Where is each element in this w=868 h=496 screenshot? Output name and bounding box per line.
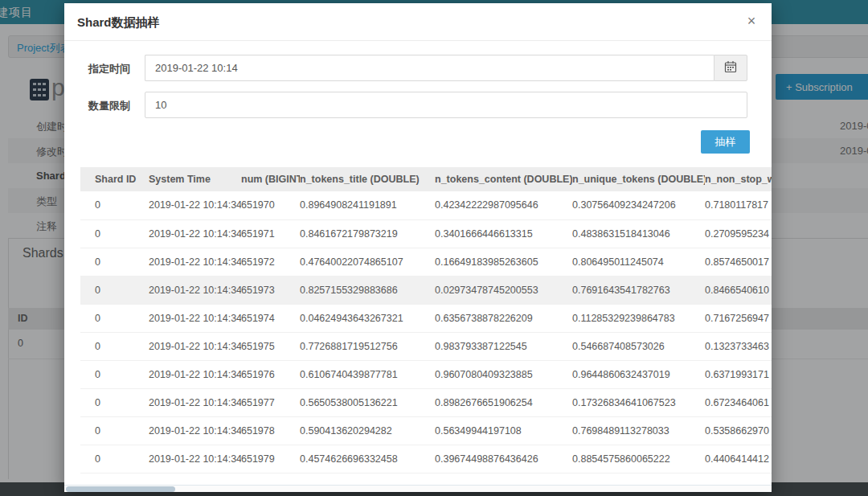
calendar-addon-button[interactable] — [714, 55, 747, 81]
table-cell: 0.6723464061 — [705, 388, 772, 416]
table-cell: 0.02973478745200553 — [435, 276, 572, 304]
table-cell: 0.4838631518413046 — [572, 219, 705, 248]
table-cell: 0 — [80, 276, 149, 304]
table-cell: 2019-01-22 10:14:34 — [149, 304, 241, 332]
table-row[interactable]: 02019-01-22 10:14:346519790.457462669633… — [80, 445, 772, 473]
table-row[interactable]: 02019-01-22 10:14:346519710.846167217987… — [80, 219, 772, 248]
table-cell: 0.47640022074865107 — [300, 248, 435, 276]
column-header: n_non_stop_w — [705, 167, 772, 191]
table-cell: 0.04624943643267321 — [300, 304, 435, 332]
table-cell: 0.6106740439877781 — [300, 360, 435, 388]
table-cell: 0.8964908241191891 — [300, 191, 435, 219]
table-cell: 0 — [80, 219, 149, 248]
table-cell: 0.983793387122545 — [435, 332, 572, 360]
sample-table: Shard IDSystem Timenum (BIGINT)n_tokens_… — [80, 167, 772, 473]
table-cell: 0 — [80, 191, 149, 219]
column-header: n_unique_tokens (DOUBLE) — [572, 167, 705, 191]
table-cell: 0.5650538005136221 — [300, 388, 435, 416]
table-row[interactable]: 02019-01-22 10:14:346519700.896490824119… — [80, 191, 772, 219]
table-cell: 0.6371993171 — [705, 360, 772, 388]
table-cell: 0 — [80, 445, 149, 473]
table-row[interactable]: 02019-01-22 10:14:346519740.046249436432… — [80, 304, 772, 332]
table-cell: 0.9644860632437019 — [572, 360, 705, 388]
table-cell: 0.1323733463 — [705, 332, 772, 360]
table-cell: 2019-01-22 10:14:34 — [149, 388, 241, 416]
table-cell: 0.30756409234247206 — [572, 191, 705, 219]
table-cell: 2019-01-22 10:14:34 — [149, 360, 241, 388]
table-cell: 0.6356738878226209 — [435, 304, 572, 332]
table-cell: 0.8466540610 — [705, 276, 772, 304]
table-cell: 0.590413620294282 — [300, 416, 435, 445]
column-header: num (BIGINT) — [241, 167, 300, 191]
table-row[interactable]: 02019-01-22 10:14:346519750.772688171951… — [80, 332, 772, 360]
table-cell: 0.3401666446613315 — [435, 219, 572, 248]
table-cell: 0.16649183985263605 — [435, 248, 572, 276]
time-input[interactable] — [145, 55, 714, 81]
table-cell: 0.5358662970 — [705, 416, 772, 445]
table-cell: 0.7698489113278033 — [572, 416, 705, 445]
table-cell: 651972 — [241, 248, 300, 276]
horizontal-scrollbar — [64, 485, 772, 492]
table-cell: 2019-01-22 10:14:34 — [149, 445, 241, 473]
table-row[interactable]: 02019-01-22 10:14:346519720.476400220748… — [80, 248, 772, 276]
table-cell: 0.39674498876436426 — [435, 445, 572, 473]
table-cell: 0 — [80, 416, 149, 445]
table-cell: 651974 — [241, 304, 300, 332]
table-cell: 0.7180117817 — [705, 191, 772, 219]
table-cell: 0 — [80, 248, 149, 276]
table-cell: 0.42342222987095646 — [435, 191, 572, 219]
table-cell: 0.4406414412 — [705, 445, 772, 473]
sample-table-body: 02019-01-22 10:14:346519700.896490824119… — [80, 191, 772, 473]
table-cell: 0.9607080409323885 — [435, 360, 572, 388]
table-cell: 0 — [80, 388, 149, 416]
calendar-icon — [724, 60, 737, 76]
table-cell: 0.17326834641067523 — [572, 388, 705, 416]
table-cell: 2019-01-22 10:14:34 — [149, 416, 241, 445]
column-header: n_tokens_content (DOUBLE) — [435, 167, 572, 191]
column-header: n_tokens_title (DOUBLE) — [300, 167, 435, 191]
table-cell: 2019-01-22 10:14:34 — [149, 276, 241, 304]
table-cell: 0.7167256947 — [705, 304, 772, 332]
table-cell: 2019-01-22 10:14:34 — [149, 332, 241, 360]
table-cell: 0.4574626696332458 — [300, 445, 435, 473]
limit-field-label: 数量限制 — [88, 99, 130, 113]
table-cell: 2019-01-22 10:14:34 — [149, 191, 241, 219]
table-cell: 0.2709595234 — [705, 219, 772, 248]
table-cell: 0.8982676651906254 — [435, 388, 572, 416]
table-row[interactable]: 02019-01-22 10:14:346519780.590413620294… — [80, 416, 772, 445]
column-header: Shard ID — [80, 167, 149, 191]
table-cell: 0.8257155329883686 — [300, 276, 435, 304]
table-cell: 2019-01-22 10:14:34 — [149, 248, 241, 276]
modal-header: Shard数据抽样 × — [64, 3, 772, 41]
table-cell: 0 — [80, 304, 149, 332]
table-row[interactable]: 02019-01-22 10:14:346519770.565053800513… — [80, 388, 772, 416]
table-cell: 651976 — [241, 360, 300, 388]
sample-table-header-row: Shard IDSystem Timenum (BIGINT)n_tokens_… — [80, 167, 772, 191]
table-cell: 0.56349944197108 — [435, 416, 572, 445]
table-row[interactable]: 02019-01-22 10:14:346519760.610674043987… — [80, 360, 772, 388]
close-icon[interactable]: × — [743, 12, 760, 30]
sample-table-container: Shard IDSystem Timenum (BIGINT)n_tokens_… — [80, 167, 772, 476]
table-row[interactable]: 02019-01-22 10:14:346519730.825715532988… — [80, 276, 772, 304]
table-cell: 651975 — [241, 332, 300, 360]
table-cell: 651971 — [241, 219, 300, 248]
table-cell: 0.8854575860065222 — [572, 445, 705, 473]
table-cell: 0.8461672179873219 — [300, 219, 435, 248]
table-cell: 0.8574650017 — [705, 248, 772, 276]
table-cell: 0.11285329239864783 — [572, 304, 705, 332]
table-cell: 0.7726881719512756 — [300, 332, 435, 360]
table-cell: 0 — [80, 332, 149, 360]
limit-input[interactable] — [145, 92, 747, 118]
horizontal-scrollbar-thumb[interactable] — [66, 486, 175, 492]
screen: 建项目 ⋮ Project列表 pre + Subscription 创建时 2… — [0, 0, 868, 496]
table-cell: 651979 — [241, 445, 300, 473]
table-cell: 651977 — [241, 388, 300, 416]
table-cell: 651973 — [241, 276, 300, 304]
time-field-label: 指定时间 — [88, 62, 130, 76]
shard-sampling-modal: Shard数据抽样 × 指定时间 数量限制 抽 — [64, 3, 772, 492]
column-header: System Time — [149, 167, 241, 191]
sample-button[interactable]: 抽样 — [701, 130, 750, 154]
table-cell: 2019-01-22 10:14:34 — [149, 219, 241, 248]
table-cell: 0.546687408573026 — [572, 332, 705, 360]
table-cell: 651970 — [241, 191, 300, 219]
